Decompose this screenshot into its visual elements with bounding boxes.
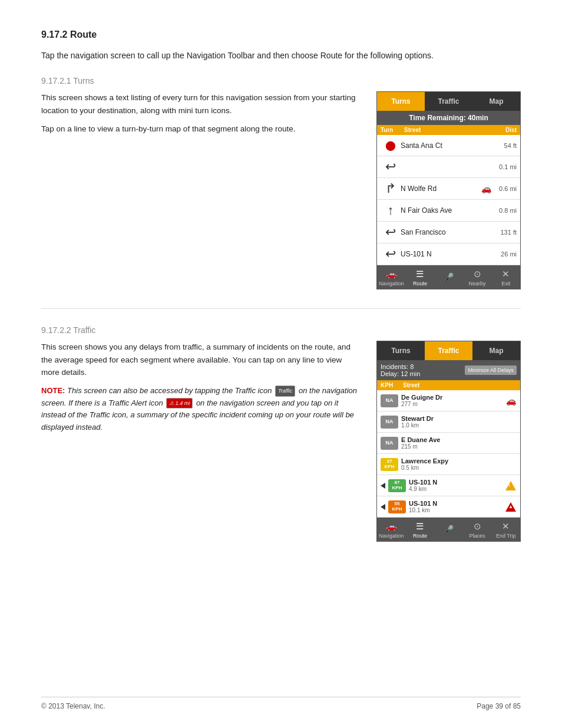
toolbar-exit-label: Exit (501, 281, 510, 286)
turns-col-headers: Turn Street Dist (377, 125, 520, 135)
col-street-label: Street (404, 127, 493, 133)
left-arrow-icon (381, 504, 385, 510)
street-line1: US-101 N (409, 500, 505, 507)
delay-text: Delay: 12 min (381, 370, 420, 377)
toolbar-route-t[interactable]: ☰ Route (406, 520, 435, 540)
traffic-street: Stewart Dr 1.0 km (398, 415, 505, 429)
toolbar-endtrip-label: End Trip (496, 533, 516, 539)
turns-text-col: This screen shows a text listing of ever… (41, 91, 359, 141)
toolbar-nearby[interactable]: ⊙ Nearby (463, 268, 492, 288)
mic-icon-t: 🎤 (443, 525, 454, 535)
traffic-inline-icon: Traffic (275, 386, 295, 396)
kph-badge: 55KPH (388, 500, 406, 513)
no-alert (505, 416, 517, 428)
toolbar-route-label: Route (413, 281, 427, 286)
col-kph-label: KPH (381, 382, 403, 388)
street-name: San Francisco (401, 228, 493, 236)
toolbar-route-label-t: Route (413, 533, 427, 539)
toolbar-nearby-label: Nearby (469, 281, 486, 286)
subsection-turns: 9.17.2.1 Turns This screen shows a text … (41, 76, 521, 289)
street-line1: Lawrence Expy (401, 457, 505, 465)
toolbar-endtrip[interactable]: ✕ End Trip (491, 520, 520, 540)
street-name: Santa Ana Ct (401, 141, 493, 150)
col-street-label-t: Street (403, 382, 517, 388)
note-text1: This screen can also be accessed by tapp… (67, 386, 274, 395)
street-line1: De Guigne Dr (401, 394, 505, 401)
mic-icon: 🎤 (443, 272, 454, 283)
street-line2: 1.0 km (401, 422, 505, 429)
street-line2: 215 m (401, 443, 505, 450)
toolbar-nav-label-t: Navigation (379, 533, 404, 539)
traffic-street: US-101 N 10.1 km (406, 500, 505, 513)
tab-traffic[interactable]: Traffic (425, 92, 472, 111)
toolbar-exit[interactable]: ✕ Exit (491, 268, 520, 288)
kph-badge: NA (381, 394, 398, 407)
exit-icon: ✕ (502, 269, 510, 279)
kph-badge: 87KPH (388, 479, 406, 492)
kph-badge: 37KPH (381, 458, 398, 471)
traffic-toolbar: 🚗 Navigation ☰ Route 🎤 ⊙ Places (377, 518, 520, 541)
traffic-street: Lawrence Expy 0.5 km (398, 457, 505, 471)
tab-turns[interactable]: Turns (377, 92, 425, 111)
table-row[interactable]: NA Stewart Dr 1.0 km (377, 411, 520, 433)
dist-val: 0.8 mi (493, 207, 517, 214)
traffic-header-row: Incidents: 8 Delay: 12 min Minimize All … (377, 360, 520, 380)
kph-with-arrow2: 55KPH (381, 500, 406, 513)
toolbar-mic[interactable]: 🎤 (434, 268, 463, 288)
turns-tabs: Turns Traffic Map (377, 92, 520, 111)
street-name: US-101 N (401, 250, 493, 258)
endtrip-icon: ✕ (502, 521, 510, 532)
minimize-btn[interactable]: Minimize All Delays (465, 365, 517, 375)
table-row[interactable]: 87KPH US-101 N 4.9 km ! (377, 475, 520, 496)
table-row[interactable]: 55KPH US-101 N 10.1 km ▲ (377, 496, 520, 518)
places-icon: ⊙ (474, 521, 481, 532)
footer-page-info: Page 39 of 85 (477, 702, 521, 710)
table-row[interactable]: ↩ San Francisco 131 ft (377, 222, 520, 243)
turn-icon-right: ↱ (381, 181, 401, 196)
street-line2: 0.5 km (401, 465, 505, 471)
table-row[interactable]: ↩ US-101 N 26 mi (377, 243, 520, 265)
table-row[interactable]: 37KPH Lawrence Expy 0.5 km (377, 454, 520, 475)
toolbar-route[interactable]: ☰ Route (406, 268, 435, 288)
table-row[interactable]: ↱ N Wolfe Rd 🚗 0.6 mi (377, 178, 520, 200)
street-line1: US-101 N (409, 479, 505, 486)
street-name: N Wolfe Rd (401, 185, 481, 193)
route-icon: ☰ (416, 269, 424, 279)
table-row[interactable]: NA De Guigne Dr 277 m 🚗 (377, 390, 520, 411)
traffic-col-headers: KPH Street (377, 380, 520, 390)
toolbar-navigation[interactable]: 🚗 Navigation (377, 268, 406, 288)
street-line2: 4.9 km (409, 486, 505, 492)
left-arrow-icon (381, 483, 385, 489)
turns-body1: This screen shows a text listing of ever… (41, 91, 359, 117)
traffic-text-col: This screen shows you any delays from tr… (41, 341, 359, 434)
turn-icon-straight: ↑ (381, 203, 401, 218)
turn-icon-pin: ⬤ (381, 140, 401, 151)
toolbar-navigation-t[interactable]: 🚗 Navigation (377, 520, 406, 540)
tab-traffic-t[interactable]: Traffic (425, 341, 472, 360)
table-row[interactable]: NA E Duane Ave 215 m (377, 433, 520, 454)
red-alert-icon: ▲ (505, 501, 517, 513)
street-line2: 277 m (401, 401, 505, 407)
tab-map[interactable]: Map (472, 92, 520, 111)
subsection-traffic: 9.17.2.2 Traffic This screen shows you a… (41, 325, 521, 542)
table-row[interactable]: ↑ N Fair Oaks Ave 0.8 mi (377, 200, 520, 222)
table-row[interactable]: ↩ 0.1 mi (377, 156, 520, 178)
tab-map-t[interactable]: Map (472, 341, 520, 360)
toolbar-places[interactable]: ⊙ Places (463, 520, 492, 540)
subsection-turns-title: 9.17.2.1 Turns (41, 76, 521, 85)
footer-copyright: © 2013 Telenav, Inc. (41, 702, 105, 710)
kph-badge: NA (381, 416, 398, 429)
car-icon: 🚗 (481, 184, 491, 193)
traffic-note: NOTE: This screen can also be accessed b… (41, 385, 359, 434)
toolbar-nav-label: Navigation (379, 281, 404, 286)
traffic-body1: This screen shows you any delays from tr… (41, 341, 359, 379)
turn-icon-uturn2: ↩ (381, 225, 401, 240)
section-title: 9.17.2 Route (41, 29, 521, 40)
toolbar-mic-t[interactable]: 🎤 (434, 520, 463, 540)
footer: © 2013 Telenav, Inc. Page 39 of 85 (41, 697, 521, 710)
turn-icon-uturn3: ↩ (381, 246, 401, 262)
turns-toolbar: 🚗 Navigation ☰ Route 🎤 ⊙ Nearby (377, 265, 520, 289)
street-line1: E Duane Ave (401, 436, 505, 443)
tab-turns-t[interactable]: Turns (377, 341, 425, 360)
table-row[interactable]: ⬤ Santa Ana Ct 54 ft (377, 135, 520, 156)
